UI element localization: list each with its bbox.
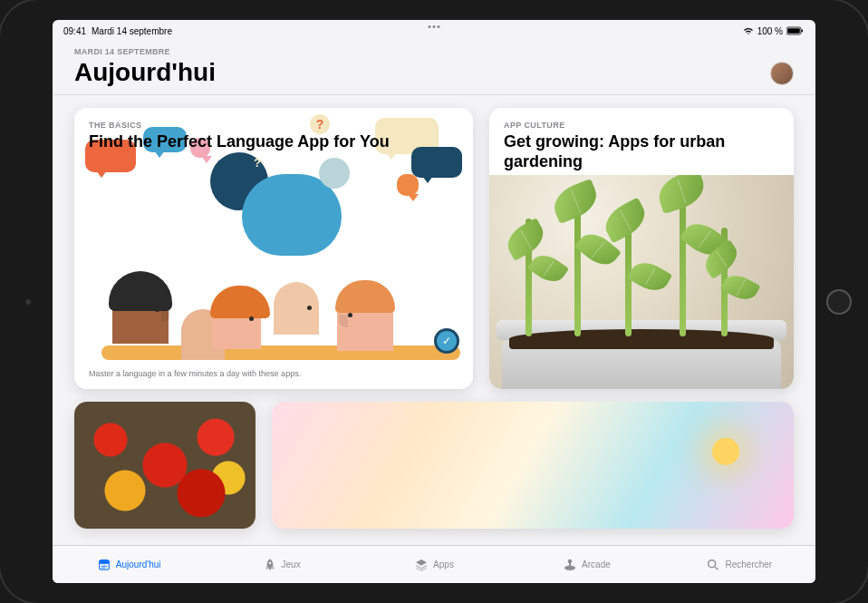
svg-rect-1 — [787, 28, 800, 34]
status-bar: 09:41 Mardi 14 septembre 100 % — [53, 20, 815, 38]
tab-bar: Aujourd'hui Jeux Apps Arcade Rechercher — [53, 545, 815, 583]
tab-today[interactable]: Aujourd'hui — [53, 546, 205, 583]
card-caption: Master a language in a few minutes a day… — [74, 360, 473, 389]
card-title: Find the Perfect Language App for You — [89, 132, 458, 152]
card-image — [489, 175, 794, 389]
svg-point-11 — [709, 559, 716, 567]
screen: 09:41 Mardi 14 septembre 100 % MARDI 14 … — [53, 20, 815, 583]
tab-games[interactable]: Jeux — [205, 546, 357, 583]
ipad-frame: 09:41 Mardi 14 septembre 100 % MARDI 14 … — [0, 0, 868, 603]
card-eyebrow: THE BASICS — [89, 121, 458, 130]
story-card-gardening[interactable]: APP CULTURE Get growing: Apps for urban … — [489, 108, 794, 389]
svg-point-7 — [268, 561, 271, 564]
camera-dot — [25, 299, 31, 305]
search-icon — [706, 558, 720, 572]
header-date: MARDI 14 SEPTEMBRE — [74, 47, 216, 56]
story-card-gradient[interactable] — [272, 402, 794, 529]
tab-label: Jeux — [282, 559, 301, 569]
card-title: Get growing: Apps for urban gardening — [504, 132, 779, 171]
battery-text: 100 % — [757, 26, 783, 36]
status-time: 09:41 — [63, 26, 86, 36]
card-image — [74, 402, 256, 529]
svg-rect-2 — [802, 30, 804, 33]
tab-label: Rechercher — [725, 559, 772, 569]
checkmark-icon: ✓ — [437, 331, 457, 351]
page-title: Aujourd'hui — [74, 58, 216, 87]
card-eyebrow: APP CULTURE — [504, 121, 779, 130]
battery-icon — [786, 26, 805, 35]
rocket-icon — [263, 558, 277, 572]
tab-arcade[interactable]: Arcade — [510, 546, 662, 583]
multitask-icon[interactable] — [429, 25, 440, 28]
tab-label: Apps — [433, 559, 454, 569]
home-button[interactable] — [826, 289, 852, 315]
svg-line-12 — [715, 567, 718, 569]
tab-label: Aujourd'hui — [116, 559, 161, 569]
story-card-language[interactable]: THE BASICS Find the Perfect Language App… — [74, 108, 473, 389]
page-header: MARDI 14 SEPTEMBRE Aujourd'hui — [53, 38, 815, 95]
content-area: THE BASICS Find the Perfect Language App… — [53, 95, 815, 545]
today-icon — [97, 558, 111, 572]
status-date: Mardi 14 septembre — [92, 26, 172, 36]
wifi-icon — [743, 26, 754, 35]
svg-point-10 — [568, 559, 573, 563]
card-image — [272, 402, 794, 529]
story-card-food[interactable] — [74, 402, 256, 529]
tab-apps[interactable]: Apps — [358, 546, 510, 583]
arcade-icon — [563, 558, 577, 572]
tab-search[interactable]: Rechercher — [663, 546, 815, 583]
tab-label: Arcade — [582, 559, 611, 569]
svg-rect-4 — [99, 559, 109, 563]
stack-icon — [414, 558, 429, 572]
avatar[interactable] — [770, 62, 794, 85]
